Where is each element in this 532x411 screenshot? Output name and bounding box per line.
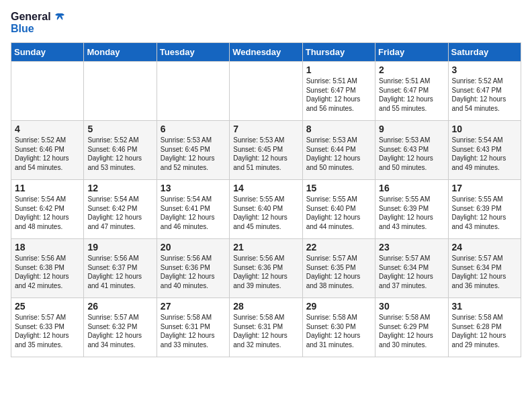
day-info: Sunrise: 5:54 AM Sunset: 6:41 PM Dayligh… <box>161 195 226 231</box>
day-info: Sunrise: 5:57 AM Sunset: 6:34 PM Dayligh… <box>379 254 444 290</box>
header-day-wednesday: Wednesday <box>230 43 302 62</box>
day-cell: 1Sunrise: 5:51 AM Sunset: 6:47 PM Daylig… <box>302 62 375 121</box>
day-number: 7 <box>233 124 298 134</box>
calendar-header: SundayMondayTuesdayWednesdayThursdayFrid… <box>11 43 521 62</box>
day-number: 26 <box>87 301 152 312</box>
day-info: Sunrise: 5:55 AM Sunset: 6:40 PM Dayligh… <box>233 195 298 231</box>
day-info: Sunrise: 5:52 AM Sunset: 6:47 PM Dayligh… <box>452 77 517 113</box>
day-cell: 30Sunrise: 5:58 AM Sunset: 6:29 PM Dayli… <box>375 298 448 357</box>
week-row-4: 18Sunrise: 5:56 AM Sunset: 6:38 PM Dayli… <box>11 239 521 298</box>
header-day-tuesday: Tuesday <box>157 43 229 62</box>
day-cell: 4Sunrise: 5:52 AM Sunset: 6:46 PM Daylig… <box>11 121 84 180</box>
day-cell: 22Sunrise: 5:57 AM Sunset: 6:35 PM Dayli… <box>302 239 375 298</box>
day-cell: 9Sunrise: 5:53 AM Sunset: 6:43 PM Daylig… <box>375 121 448 180</box>
day-cell <box>157 62 229 121</box>
day-cell <box>230 62 302 121</box>
header-day-thursday: Thursday <box>302 43 375 62</box>
day-info: Sunrise: 5:55 AM Sunset: 6:39 PM Dayligh… <box>379 195 444 231</box>
day-number: 17 <box>452 183 517 193</box>
day-number: 9 <box>379 124 444 134</box>
day-cell: 24Sunrise: 5:57 AM Sunset: 6:34 PM Dayli… <box>448 239 521 298</box>
day-info: Sunrise: 5:57 AM Sunset: 6:32 PM Dayligh… <box>87 313 152 349</box>
day-number: 10 <box>452 124 517 134</box>
day-info: Sunrise: 5:53 AM Sunset: 6:45 PM Dayligh… <box>161 136 226 172</box>
day-info: Sunrise: 5:57 AM Sunset: 6:34 PM Dayligh… <box>452 254 517 290</box>
day-cell: 11Sunrise: 5:54 AM Sunset: 6:42 PM Dayli… <box>11 180 84 239</box>
day-info: Sunrise: 5:51 AM Sunset: 6:47 PM Dayligh… <box>379 77 444 113</box>
day-info: Sunrise: 5:56 AM Sunset: 6:37 PM Dayligh… <box>87 254 152 290</box>
day-number: 30 <box>379 301 444 312</box>
logo-text: General Blue <box>11 11 66 34</box>
day-cell: 29Sunrise: 5:58 AM Sunset: 6:30 PM Dayli… <box>302 298 375 357</box>
week-row-1: 1Sunrise: 5:51 AM Sunset: 6:47 PM Daylig… <box>11 62 521 121</box>
week-row-5: 25Sunrise: 5:57 AM Sunset: 6:33 PM Dayli… <box>11 298 521 357</box>
day-info: Sunrise: 5:55 AM Sunset: 6:39 PM Dayligh… <box>452 195 517 231</box>
day-info: Sunrise: 5:56 AM Sunset: 6:36 PM Dayligh… <box>233 254 298 290</box>
day-number: 4 <box>15 124 80 134</box>
day-number: 16 <box>379 183 444 193</box>
day-info: Sunrise: 5:55 AM Sunset: 6:40 PM Dayligh… <box>306 195 371 231</box>
day-cell: 6Sunrise: 5:53 AM Sunset: 6:45 PM Daylig… <box>157 121 229 180</box>
day-cell: 31Sunrise: 5:58 AM Sunset: 6:28 PM Dayli… <box>448 298 521 357</box>
day-number: 27 <box>161 301 226 312</box>
day-cell: 13Sunrise: 5:54 AM Sunset: 6:41 PM Dayli… <box>157 180 229 239</box>
day-cell: 23Sunrise: 5:57 AM Sunset: 6:34 PM Dayli… <box>375 239 448 298</box>
day-cell: 21Sunrise: 5:56 AM Sunset: 6:36 PM Dayli… <box>230 239 302 298</box>
week-row-3: 11Sunrise: 5:54 AM Sunset: 6:42 PM Dayli… <box>11 180 521 239</box>
day-cell: 28Sunrise: 5:58 AM Sunset: 6:31 PM Dayli… <box>230 298 302 357</box>
header-day-saturday: Saturday <box>448 43 521 62</box>
day-cell <box>84 62 157 121</box>
day-number: 20 <box>161 242 226 253</box>
day-info: Sunrise: 5:56 AM Sunset: 6:38 PM Dayligh… <box>15 254 80 290</box>
day-number: 15 <box>306 183 371 193</box>
day-info: Sunrise: 5:58 AM Sunset: 6:30 PM Dayligh… <box>306 313 371 349</box>
day-info: Sunrise: 5:57 AM Sunset: 6:33 PM Dayligh… <box>15 313 80 349</box>
day-cell: 19Sunrise: 5:56 AM Sunset: 6:37 PM Dayli… <box>84 239 157 298</box>
day-info: Sunrise: 5:58 AM Sunset: 6:31 PM Dayligh… <box>161 313 226 349</box>
day-number: 19 <box>87 242 152 253</box>
week-row-2: 4Sunrise: 5:52 AM Sunset: 6:46 PM Daylig… <box>11 121 521 180</box>
day-number: 13 <box>161 183 226 193</box>
day-info: Sunrise: 5:54 AM Sunset: 6:42 PM Dayligh… <box>15 195 80 231</box>
day-cell: 25Sunrise: 5:57 AM Sunset: 6:33 PM Dayli… <box>11 298 84 357</box>
day-info: Sunrise: 5:56 AM Sunset: 6:36 PM Dayligh… <box>161 254 226 290</box>
day-cell: 5Sunrise: 5:52 AM Sunset: 6:46 PM Daylig… <box>84 121 157 180</box>
day-number: 11 <box>15 183 80 193</box>
day-cell: 27Sunrise: 5:58 AM Sunset: 6:31 PM Dayli… <box>157 298 229 357</box>
day-number: 5 <box>87 124 152 134</box>
day-info: Sunrise: 5:51 AM Sunset: 6:47 PM Dayligh… <box>306 77 371 113</box>
day-number: 31 <box>452 301 517 312</box>
day-cell: 12Sunrise: 5:54 AM Sunset: 6:42 PM Dayli… <box>84 180 157 239</box>
day-cell: 3Sunrise: 5:52 AM Sunset: 6:47 PM Daylig… <box>448 62 521 121</box>
day-info: Sunrise: 5:58 AM Sunset: 6:29 PM Dayligh… <box>379 313 444 349</box>
day-number: 25 <box>15 301 80 312</box>
page-header: General Blue <box>11 11 521 34</box>
day-cell: 10Sunrise: 5:54 AM Sunset: 6:43 PM Dayli… <box>448 121 521 180</box>
header-day-monday: Monday <box>84 43 157 62</box>
header-row: SundayMondayTuesdayWednesdayThursdayFrid… <box>11 43 521 62</box>
day-info: Sunrise: 5:54 AM Sunset: 6:42 PM Dayligh… <box>87 195 152 231</box>
day-info: Sunrise: 5:57 AM Sunset: 6:35 PM Dayligh… <box>306 254 371 290</box>
day-number: 29 <box>306 301 371 312</box>
day-number: 8 <box>306 124 371 134</box>
day-info: Sunrise: 5:52 AM Sunset: 6:46 PM Dayligh… <box>15 136 80 172</box>
day-number: 23 <box>379 242 444 253</box>
day-cell: 18Sunrise: 5:56 AM Sunset: 6:38 PM Dayli… <box>11 239 84 298</box>
day-number: 28 <box>233 301 298 312</box>
logo: General Blue <box>11 11 66 34</box>
day-cell: 16Sunrise: 5:55 AM Sunset: 6:39 PM Dayli… <box>375 180 448 239</box>
header-day-sunday: Sunday <box>11 43 84 62</box>
day-cell <box>11 62 84 121</box>
day-cell: 2Sunrise: 5:51 AM Sunset: 6:47 PM Daylig… <box>375 62 448 121</box>
day-info: Sunrise: 5:53 AM Sunset: 6:44 PM Dayligh… <box>306 136 371 172</box>
day-info: Sunrise: 5:58 AM Sunset: 6:28 PM Dayligh… <box>452 313 517 349</box>
day-number: 3 <box>452 64 517 75</box>
day-number: 21 <box>233 242 298 253</box>
day-number: 12 <box>87 183 152 193</box>
day-cell: 20Sunrise: 5:56 AM Sunset: 6:36 PM Dayli… <box>157 239 229 298</box>
logo-bird-svg <box>54 13 66 22</box>
day-number: 24 <box>452 242 517 253</box>
calendar-body: 1Sunrise: 5:51 AM Sunset: 6:47 PM Daylig… <box>11 62 521 357</box>
day-number: 2 <box>379 64 444 75</box>
day-cell: 7Sunrise: 5:53 AM Sunset: 6:45 PM Daylig… <box>230 121 302 180</box>
